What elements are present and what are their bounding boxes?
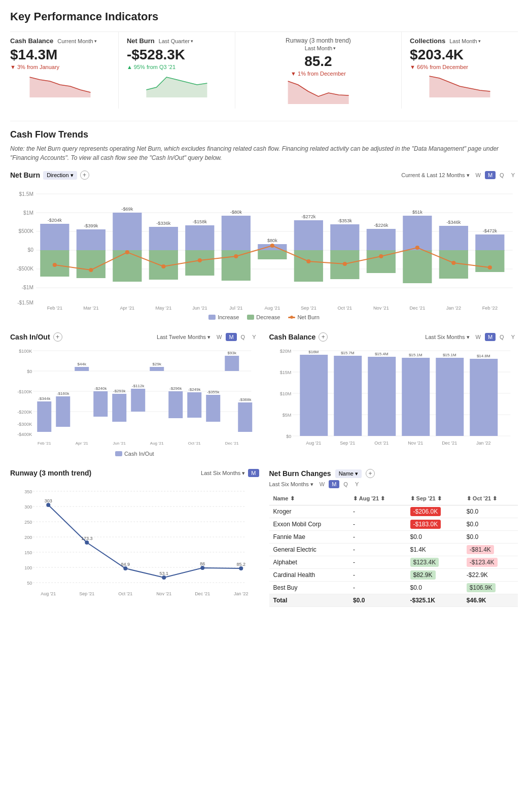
cb-view-y[interactable]: Y (508, 333, 518, 341)
cio-view-m[interactable]: M (226, 333, 236, 341)
row-aug: - (349, 505, 406, 518)
nbc-add-btn[interactable]: + (366, 469, 375, 478)
nbc-title: Net Burn Changes (269, 469, 331, 478)
bottom-section: Runway (3 month trend) Last Six Months ▾… (10, 469, 518, 607)
runway-period-controls: Last Six Months ▾ M (201, 469, 259, 477)
cb-view-buttons: W M Q Y (473, 333, 518, 341)
row-oct: $106.9K (463, 582, 518, 594)
svg-text:-$399k: -$399k (84, 223, 98, 228)
net-burn-view-m[interactable]: M (485, 171, 496, 179)
table-row: General Electric - $1.4K -$81.4K (269, 544, 518, 556)
net-burn-view-q[interactable]: Q (497, 171, 507, 179)
dot-10 (415, 246, 419, 250)
cio-view-w[interactable]: W (214, 333, 225, 341)
svg-text:173.3: 173.3 (81, 536, 93, 541)
cb-period-select[interactable]: Last Six Months ▾ (425, 334, 469, 341)
runway-line (48, 505, 241, 578)
net-burn-period-select[interactable]: Current & Last 12 Months ▾ (401, 172, 469, 179)
runway-dot-3 (162, 576, 166, 580)
col-oct[interactable]: ⬍ Oct '21 ⬍ (463, 492, 518, 505)
svg-rect-15 (77, 250, 105, 278)
kpi-grid: Cash Balance Current Month ▾ $14.3M ▼ 3%… (10, 31, 518, 109)
svg-text:Jun '21: Jun '21 (113, 441, 126, 446)
svg-text:-$293k: -$293k (113, 389, 126, 393)
svg-text:-$355k: -$355k (207, 390, 220, 394)
legend-increase: Increase (208, 314, 239, 320)
cash-in-out-add-btn[interactable]: + (53, 332, 62, 342)
net-burn-view-y[interactable]: Y (508, 171, 518, 179)
collections-sparkline (410, 72, 510, 97)
svg-text:Aug '21: Aug '21 (306, 441, 321, 446)
row-aug: - (349, 569, 406, 582)
svg-text:-$160k: -$160k (57, 391, 69, 396)
col-sep[interactable]: ⬍ Sep '21 ⬍ (406, 492, 463, 505)
row-name: Cardinal Health (269, 569, 349, 582)
net-burn-changes-section: Net Burn Changes Name ▾ + Last Six Month… (269, 469, 518, 607)
nbc-view-q[interactable]: Q (340, 480, 351, 488)
net-burn-period[interactable]: Last Quarter ▾ (159, 38, 193, 44)
cb-view-w[interactable]: W (473, 333, 484, 341)
svg-rect-115 (334, 356, 362, 436)
svg-text:-$346k: -$346k (446, 220, 461, 225)
svg-text:Sep '21: Sep '21 (301, 306, 316, 311)
svg-text:$100K: $100K (19, 349, 32, 354)
dot-6 (270, 244, 274, 248)
dot-3 (161, 264, 165, 268)
svg-rect-87 (168, 391, 183, 418)
svg-text:$5M: $5M (282, 413, 291, 418)
svg-rect-123 (470, 359, 498, 436)
cio-arrow: ▾ (207, 334, 210, 341)
cio-view-y[interactable]: Y (249, 333, 259, 341)
svg-text:Sep '21: Sep '21 (79, 591, 94, 596)
cash-balance-period[interactable]: Current Month ▾ (57, 38, 96, 44)
cb-view-q[interactable]: Q (497, 333, 507, 341)
runway-arrow: ▾ (333, 46, 336, 51)
svg-text:$15.4M: $15.4M (374, 352, 388, 356)
cash-balance-chart-title: Cash Balance + (269, 332, 328, 342)
svg-rect-35 (330, 224, 359, 251)
net-burn-arrow: ▾ (191, 39, 193, 44)
svg-text:Feb '22: Feb '22 (482, 306, 498, 311)
svg-rect-121 (436, 358, 464, 436)
svg-rect-81 (112, 394, 126, 422)
net-burn-chart-title: Net Burn Direction ▾ + (10, 171, 89, 180)
table-row: Kroger - -$206.0K $0.0 (269, 505, 518, 518)
nbc-view-m[interactable]: M (329, 480, 339, 488)
cash-balance-chart-svg: $20M $15M $10M $5M $0 $16M $15.7M $15.4M… (269, 346, 518, 447)
cash-balance-value: $14.3M (10, 47, 110, 63)
net-burn-view-w[interactable]: W (473, 171, 484, 179)
cash-in-out-period-select[interactable]: Last Twelve Months ▾ (157, 334, 210, 341)
nbc-period-select[interactable]: Last Six Months ▾ (269, 481, 313, 488)
svg-text:-$1M: -$1M (22, 285, 33, 290)
net-burn-add-btn[interactable]: + (80, 171, 89, 180)
two-col-section: Cash In/Out + Last Twelve Months ▾ W M Q… (10, 332, 518, 457)
col-name[interactable]: Name ⬍ (269, 492, 349, 505)
cb-view-m[interactable]: M (485, 333, 496, 341)
nbc-name-tag[interactable]: Name ▾ (335, 469, 362, 478)
svg-text:$16M: $16M (308, 350, 319, 354)
nbc-view-y[interactable]: Y (352, 480, 362, 488)
svg-rect-32 (294, 220, 323, 251)
runway-dot-0 (46, 503, 50, 507)
col-aug[interactable]: ⬍ Aug '21 ⬍ (349, 492, 406, 505)
cio-view-q[interactable]: Q (238, 333, 249, 341)
runway-period-select[interactable]: Last Six Months ▾ (201, 470, 245, 477)
svg-text:Jan '22: Jan '22 (476, 441, 490, 446)
direction-tag-btn[interactable]: Direction ▾ (43, 171, 77, 180)
svg-text:Jun '21: Jun '21 (192, 306, 207, 311)
runway-period[interactable]: Last Month ▾ (305, 45, 336, 51)
svg-text:Aug '21: Aug '21 (41, 591, 56, 596)
svg-text:Jan '22: Jan '22 (446, 306, 461, 311)
nbc-view-w[interactable]: W (316, 480, 328, 488)
svg-text:Nov '21: Nov '21 (373, 306, 389, 311)
runway-chart-header: Runway (3 month trend) Last Six Months ▾… (10, 469, 259, 477)
svg-rect-95 (238, 402, 252, 432)
cash-balance-add-btn[interactable]: + (319, 332, 328, 342)
svg-text:-$249k: -$249k (188, 387, 201, 392)
runway-view-m[interactable]: M (248, 469, 259, 477)
svg-rect-42 (403, 250, 432, 283)
svg-text:-$353k: -$353k (338, 218, 353, 223)
cash-in-out-view-buttons: W M Q Y (214, 333, 259, 341)
collections-period[interactable]: Last Month ▾ (449, 38, 480, 44)
cash-in-out-chart-svg: $100K $0 -$100K -$200K -$300K -$400K -$3… (10, 346, 259, 447)
